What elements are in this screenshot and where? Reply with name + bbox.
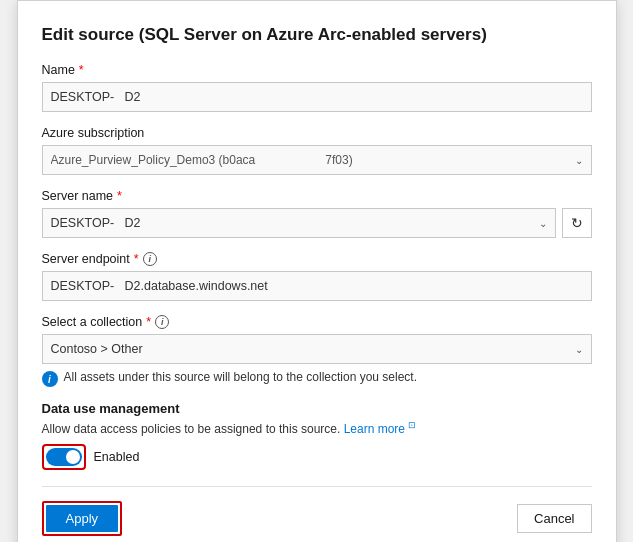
learn-more-link[interactable]: Learn more ⊡ bbox=[344, 422, 417, 436]
collection-info-icon[interactable]: i bbox=[155, 315, 169, 329]
collection-dropdown-arrow: ⌄ bbox=[575, 344, 583, 355]
data-use-toggle[interactable] bbox=[46, 448, 82, 466]
collection-value: Contoso > Other bbox=[51, 342, 143, 356]
server-endpoint-field-group: Server endpoint * i DESKTOP- D2.database… bbox=[42, 252, 592, 301]
server-name-dropdown[interactable]: DESKTOP- D2 ⌄ bbox=[42, 208, 556, 238]
server-name-label: Server name * bbox=[42, 189, 592, 203]
dialog-title: Edit source (SQL Server on Azure Arc-ena… bbox=[42, 25, 592, 45]
server-name-value: DESKTOP- D2 bbox=[51, 216, 141, 230]
name-label: Name * bbox=[42, 63, 592, 77]
server-name-field-group: Server name * DESKTOP- D2 ⌄ ↻ bbox=[42, 189, 592, 238]
server-endpoint-label: Server endpoint * i bbox=[42, 252, 592, 266]
name-field-group: Name * DESKTOP- D2 bbox=[42, 63, 592, 112]
azure-subscription-dropdown-arrow: ⌄ bbox=[575, 155, 583, 166]
cancel-button[interactable]: Cancel bbox=[517, 504, 591, 533]
azure-subscription-label: Azure subscription bbox=[42, 126, 592, 140]
external-link-icon: ⊡ bbox=[408, 420, 416, 430]
data-use-description: Allow data access policies to be assigne… bbox=[42, 420, 592, 436]
refresh-icon: ↻ bbox=[571, 215, 583, 231]
name-input[interactable]: DESKTOP- D2 bbox=[42, 82, 592, 112]
server-endpoint-info-icon[interactable]: i bbox=[143, 252, 157, 266]
collection-info-box: i All assets under this source will belo… bbox=[42, 370, 592, 387]
collection-info-circle-icon: i bbox=[42, 371, 58, 387]
data-use-label: Data use management bbox=[42, 401, 592, 416]
edit-source-dialog: Edit source (SQL Server on Azure Arc-ena… bbox=[17, 0, 617, 542]
toggle-row: Enabled bbox=[42, 444, 592, 470]
server-name-dropdown-arrow: ⌄ bbox=[539, 218, 547, 229]
required-star-collection: * bbox=[146, 315, 151, 329]
toggle-highlight-border bbox=[42, 444, 86, 470]
collection-dropdown[interactable]: Contoso > Other ⌄ bbox=[42, 334, 592, 364]
server-name-row: DESKTOP- D2 ⌄ ↻ bbox=[42, 208, 592, 238]
apply-button-highlight: Apply bbox=[42, 501, 123, 536]
collection-label: Select a collection * i bbox=[42, 315, 592, 329]
required-star-server: * bbox=[117, 189, 122, 203]
button-row: Apply Cancel bbox=[42, 501, 592, 536]
azure-subscription-field-group: Azure subscription Azure_Purview_Policy_… bbox=[42, 126, 592, 175]
data-use-management-group: Data use management Allow data access po… bbox=[42, 401, 592, 470]
required-star-endpoint: * bbox=[134, 252, 139, 266]
server-endpoint-input[interactable]: DESKTOP- D2.database.windows.net bbox=[42, 271, 592, 301]
azure-subscription-value: Azure_Purview_Policy_Demo3 (b0aca 7f03) bbox=[51, 153, 575, 167]
toggle-knob bbox=[66, 450, 80, 464]
server-name-refresh-button[interactable]: ↻ bbox=[562, 208, 592, 238]
required-star-name: * bbox=[79, 63, 84, 77]
apply-button[interactable]: Apply bbox=[46, 505, 119, 532]
azure-subscription-dropdown[interactable]: Azure_Purview_Policy_Demo3 (b0aca 7f03) … bbox=[42, 145, 592, 175]
collection-info-text: All assets under this source will belong… bbox=[64, 370, 418, 384]
toggle-enabled-label: Enabled bbox=[94, 450, 140, 464]
collection-field-group: Select a collection * i Contoso > Other … bbox=[42, 315, 592, 387]
divider bbox=[42, 486, 592, 487]
